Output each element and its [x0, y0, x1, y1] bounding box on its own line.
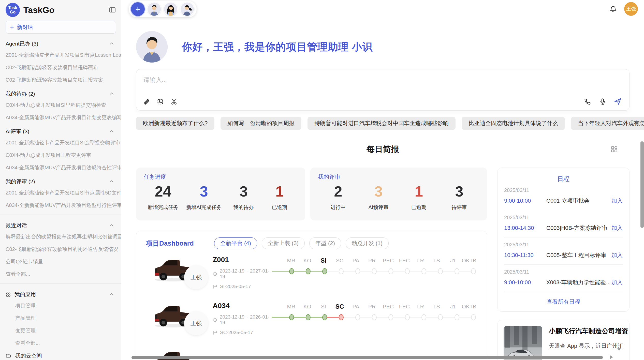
user-avatar[interactable]: 王强: [624, 2, 638, 16]
sidebar-task-item[interactable]: Z001-全新燃油轻卡产品开发项目SI节点属性5D文件评审: [0, 187, 121, 199]
milestone-label-LR: LR: [413, 303, 429, 310]
microphone-icon[interactable]: [599, 98, 606, 105]
schedule-item[interactable]: 2025/03/1110:30-11:30C005-整车工程目标评审加入: [504, 237, 623, 265]
scroll-right-arrow[interactable]: [610, 355, 613, 359]
scroll-down-arrow[interactable]: [617, 348, 621, 351]
sidebar-task-item[interactable]: C02-飞腾新能源轻客改款项目里程碑画布: [0, 61, 121, 74]
milestone-dot-FEC[interactable]: [405, 314, 410, 320]
milestone-dot-KO[interactable]: [306, 314, 311, 320]
suggestion-chip[interactable]: 如何写一份清晰的项目周报: [221, 117, 301, 130]
dashboard-filter-pill[interactable]: 年型 (2): [309, 237, 341, 249]
notification-bell-icon[interactable]: [609, 5, 617, 13]
chevron-up-icon[interactable]: [109, 179, 114, 184]
milestone-dot-MR[interactable]: [289, 268, 294, 274]
dashboard-filter-pill[interactable]: 全新上装 (3): [262, 237, 305, 249]
image-upload-icon[interactable]: [157, 98, 164, 105]
recent-chat-item[interactable]: C02-飞腾新能源轻客改款项目的闭环通告反馈情况: [0, 243, 121, 256]
app-sub-item[interactable]: 查看全部...: [0, 337, 121, 349]
sidebar-task-item[interactable]: A034-全新新能源MUV产品开发项目造型可行性评审: [0, 199, 121, 212]
milestone-dot-LS[interactable]: [438, 268, 443, 274]
join-meeting-link[interactable]: 加入: [611, 197, 623, 205]
my-apps-header[interactable]: 我的应用: [0, 287, 121, 299]
schedule-item[interactable]: 2025/03/1113:00-14:30C003|H0B-方案冻结评审加入: [504, 210, 623, 237]
milestone-dot-SI[interactable]: [322, 314, 327, 320]
dashboard-filter-pill[interactable]: 全新平台 (4): [214, 237, 257, 249]
new-chat-button[interactable]: + 新对话: [6, 21, 116, 34]
project-row[interactable]: 王强A0342023-12-19 ~ 2026-01-19SC-2025-05-…: [146, 301, 477, 341]
milestone-dot-SC[interactable]: [339, 314, 344, 320]
chat-input[interactable]: [143, 76, 500, 84]
agent-avatar-2[interactable]: [164, 2, 178, 16]
suggestion-chip[interactable]: 当下年轻人对汽车外观有怎样的喜好趋势: [571, 117, 644, 130]
chevron-up-icon[interactable]: [109, 129, 114, 134]
attachment-icon[interactable]: [143, 98, 150, 105]
milestone-dot-SI[interactable]: [322, 268, 327, 274]
sidebar-task-item[interactable]: A034-全新新能源MUV产品开发项目法规符合性评审: [0, 161, 121, 174]
agent-avatar-1[interactable]: [147, 2, 161, 16]
sidebar-collapse-icon[interactable]: [109, 6, 116, 13]
recent-chats-header[interactable]: 最近对话: [0, 218, 121, 231]
schedule-item[interactable]: 2025/03/119:00-10:00C001-立项审批会加入: [504, 183, 623, 210]
layout-grid-icon[interactable]: [610, 145, 618, 154]
milestone-dot-LS[interactable]: [438, 314, 443, 320]
recent-chat-item[interactable]: 解释最新出台的欧盟报废车法规再生塑料比例被调至15%...: [0, 231, 121, 243]
horizontal-scrollbar-thumb[interactable]: [131, 356, 603, 359]
sidebar-section-header[interactable]: Agent已办 (3): [0, 36, 121, 49]
sidebar-task-item[interactable]: C0X4-动力总成开发项目SI里程碑提交物检查: [0, 99, 121, 111]
chevron-up-icon[interactable]: [109, 292, 114, 297]
chevron-up-icon[interactable]: [109, 223, 114, 228]
milestone-dot-MR[interactable]: [289, 314, 294, 320]
news-card[interactable]: 小鹏飞行汽车制造公司增资 天眼查 App 显示，近日广州汇天飞行汽: [497, 320, 630, 360]
vertical-scrollbar-thumb[interactable]: [640, 141, 644, 228]
schedule-item[interactable]: 2025/03/119:00-10:00X003-车辆动力学性能验...加入: [504, 265, 623, 292]
sidebar-section-header[interactable]: 我的待办 (2): [0, 86, 121, 99]
view-all-schedule-link[interactable]: 查看所有日程: [504, 298, 623, 306]
milestone-dot-OKTB[interactable]: [471, 314, 476, 320]
dashboard-filter-pill[interactable]: 动总开发 (1): [346, 237, 389, 249]
milestone-dot-PEC[interactable]: [388, 268, 393, 274]
sidebar-section-header[interactable]: AI评审 (3): [0, 124, 121, 137]
suggestion-chip[interactable]: 比亚迪全固态电池计划具体说了什么: [462, 117, 565, 130]
sidebar-task-item[interactable]: C0X4-动力总成开发项目工程变更评审: [0, 149, 121, 161]
milestone-dot-PA[interactable]: [355, 268, 360, 274]
milestone-dot-KO[interactable]: [306, 268, 311, 274]
milestone-dot-PR[interactable]: [372, 268, 377, 274]
join-meeting-link[interactable]: 加入: [611, 251, 623, 259]
join-meeting-link[interactable]: 加入: [611, 224, 623, 232]
suggestion-chip[interactable]: 特朗普可能对进口汽车增税会对中国车企造成哪些影响: [308, 117, 456, 130]
sidebar-task-item[interactable]: C02-飞腾新能源轻客改款项目立项汇报方案: [0, 74, 121, 86]
milestone-dot-J1[interactable]: [455, 314, 459, 320]
chevron-up-icon[interactable]: [109, 91, 114, 97]
app-sub-item[interactable]: 项目管理: [0, 299, 121, 312]
project-row[interactable]: 王强Z0012023-12-19 ~ 2027-01-19SI-2025-05-…: [146, 255, 477, 295]
milestone-dot-PA[interactable]: [355, 314, 360, 320]
chevron-up-icon[interactable]: [109, 41, 114, 47]
send-icon[interactable]: [614, 98, 622, 105]
milestone-dot-OKTB[interactable]: [471, 268, 476, 274]
sidebar-task-item[interactable]: Z001-全新燃油轻卡产品开发项目SI造型提交物评审: [0, 137, 121, 149]
sidebar-link-folder[interactable]: 我的云空间: [0, 349, 121, 360]
join-meeting-link[interactable]: 加入: [611, 279, 623, 286]
add-agent-button[interactable]: +: [131, 2, 145, 16]
recent-view-all-link[interactable]: 查看全部...: [0, 268, 121, 280]
milestone-dot-FEC[interactable]: [405, 268, 410, 274]
milestone-dot-SC[interactable]: [339, 268, 344, 274]
sidebar-section-header[interactable]: 我的评审 (2): [0, 174, 121, 187]
divider: [0, 215, 121, 215]
agent-avatar-3[interactable]: [180, 2, 194, 16]
greeting-block: 你好，王强，我是你的项目管理助理 小识: [136, 31, 630, 63]
scissors-icon[interactable]: [170, 98, 178, 105]
milestone-dot-PR[interactable]: [372, 314, 377, 320]
recent-chat-item[interactable]: 公司Q3轻卡销量: [0, 256, 121, 268]
milestone-dot-PEC[interactable]: [388, 314, 393, 320]
sidebar-task-item[interactable]: Z001-全新燃油皮卡产品开发项目SI节点Lesson Learn报告: [0, 49, 121, 61]
milestone-dot-J1[interactable]: [455, 268, 459, 274]
suggestion-chip[interactable]: 欧洲新规最近颁布了什么?: [136, 117, 214, 130]
milestone-dot-LR[interactable]: [421, 268, 426, 274]
flag-icon: [213, 284, 217, 289]
sidebar-task-item[interactable]: A034-全新新能源MUV产品开发项目计划变更表编写: [0, 111, 121, 124]
milestone-dot-LR[interactable]: [421, 314, 426, 320]
app-sub-item[interactable]: 变更管理: [0, 324, 121, 337]
app-sub-item[interactable]: 产品管理: [0, 312, 121, 324]
voice-call-icon[interactable]: [584, 98, 591, 105]
